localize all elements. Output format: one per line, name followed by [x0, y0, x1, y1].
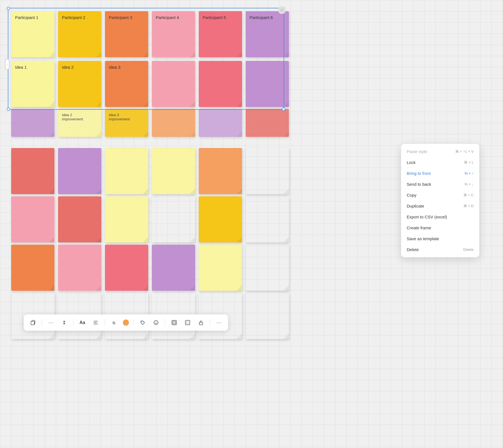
menu-item-export-csv[interactable]: Export to CSV (excel) [401, 211, 479, 222]
font-label: Aa [80, 320, 85, 325]
menu-shortcut-copy: ⌘ + C [463, 193, 474, 197]
toolbar-align-btn[interactable] [91, 318, 100, 327]
sticky-imp-1[interactable]: Idea 2 improvement [58, 109, 101, 137]
sticky-imp-5[interactable] [246, 109, 289, 137]
sticky-lower-2-5 [246, 245, 289, 291]
sticky-idea-1[interactable]: Idea 1 [11, 61, 54, 107]
sticky-grid-improvement: Idea 2 improvement Idea 3 improvement [11, 109, 290, 137]
sticky-lower-1-3 [152, 196, 195, 242]
menu-item-delete[interactable]: Delete Delete [401, 244, 479, 255]
toolbar: ··· Aa S [24, 314, 228, 331]
sticky-imp-4[interactable] [199, 109, 242, 137]
sticky-lower-0-3[interactable] [152, 148, 195, 194]
toolbar-more-btn[interactable]: ··· [46, 318, 55, 327]
menu-item-copy[interactable]: Copy ⌘ + C [401, 190, 479, 201]
menu-label-create-frame: Create frame [407, 225, 431, 230]
sticky-lower-2-0[interactable] [11, 245, 54, 291]
sticky-lower-1-0[interactable] [11, 196, 54, 242]
menu-shortcut-duplicate: ⌘ + D [463, 204, 474, 208]
sticky-lower-0-5 [246, 148, 289, 194]
menu-label-bring-to-front: Bring to front [407, 171, 431, 176]
svg-rect-4 [31, 321, 34, 325]
menu-label-duplicate: Duplicate [407, 204, 424, 208]
menu-item-send-to-back[interactable]: Send to back fn + ↓ [401, 179, 479, 190]
svg-point-5 [142, 321, 142, 322]
menu-label-paste-style: Paste style [407, 149, 427, 154]
sticky-grid-row1: Participant 1 Participant 2 Participant … [11, 11, 290, 108]
menu-shortcut-bring-to-front: fn + ↑ [465, 171, 474, 175]
svg-rect-13 [188, 321, 189, 322]
toolbar-lock-btn[interactable] [197, 318, 205, 327]
divider-3 [105, 319, 105, 326]
sticky-participant-4[interactable]: Participant 4 [152, 11, 195, 57]
toolbar-emoji-btn[interactable] [152, 318, 161, 327]
sticky-lower-0-1[interactable] [58, 148, 101, 194]
menu-label-export-csv: Export to CSV (excel) [407, 215, 447, 219]
sticky-participant-2[interactable]: Participant 2 [58, 11, 101, 57]
toolbar-frame2-btn[interactable] [183, 318, 192, 327]
sticky-lower-0-4[interactable] [199, 148, 242, 194]
sticky-lower-2-2[interactable] [105, 245, 148, 291]
sticky-lower-1-2[interactable] [105, 196, 148, 242]
sticky-lower-1-1[interactable] [58, 196, 101, 242]
sticky-participant-3[interactable]: Participant 3 [105, 11, 148, 57]
toolbar-frame-btn[interactable] [170, 318, 179, 327]
sticky-lower-3-5 [246, 293, 289, 339]
toolbar-color-picker[interactable] [123, 320, 129, 326]
sticky-imp-0[interactable] [11, 109, 54, 137]
sticky-idea-4[interactable] [152, 61, 195, 107]
menu-item-bring-to-front[interactable]: Bring to front fn + ↑ [401, 168, 479, 179]
sticky-participant-5[interactable]: Participant 5 [199, 11, 242, 57]
menu-label-lock: Lock [407, 160, 416, 165]
toolbar-strike-btn[interactable]: S [109, 318, 118, 327]
sticky-lower-1-5 [246, 196, 289, 242]
divider-2 [73, 319, 73, 326]
strike-label: S [112, 320, 115, 325]
sticky-grid-lower [11, 148, 290, 339]
menu-item-paste-style[interactable]: Paste style ⌘ + ⌥ + V [401, 146, 479, 157]
menu-label-delete: Delete [407, 247, 419, 252]
sticky-lower-2-1[interactable] [58, 245, 101, 291]
menu-item-lock[interactable]: Lock ⌘ + L [401, 157, 479, 168]
sticky-idea-2[interactable]: Idea 2 [58, 61, 101, 107]
sticky-participant-6[interactable]: Participant 6 [246, 11, 289, 57]
menu-shortcut-delete: Delete [463, 247, 474, 252]
sticky-lower-2-4[interactable] [199, 245, 242, 291]
sticky-idea-6[interactable] [246, 61, 289, 107]
menu-item-duplicate[interactable]: Duplicate ⌘ + D [401, 201, 479, 211]
menu-shortcut-send-to-back: fn + ↓ [465, 182, 474, 186]
sticky-idea-3[interactable]: Idea 3 [105, 61, 148, 107]
toolbar-tag-btn[interactable] [138, 318, 147, 327]
sticky-imp-2[interactable]: Idea 3 improvement [105, 109, 148, 137]
toolbar-copy-btn[interactable] [28, 318, 37, 327]
sticky-imp-3[interactable] [152, 109, 195, 137]
sticky-lower-0-0[interactable] [11, 148, 54, 194]
svg-rect-12 [186, 321, 187, 324]
menu-label-send-to-back: Send to back [407, 182, 431, 187]
divider-6 [210, 319, 210, 326]
sticky-lower-0-2[interactable] [105, 148, 148, 194]
svg-rect-15 [199, 322, 203, 325]
context-menu: Paste style ⌘ + ⌥ + V Lock ⌘ + L Bring t… [401, 144, 479, 257]
toolbar-font-btn[interactable]: Aa [78, 318, 87, 327]
menu-item-save-template[interactable]: Save as template [401, 233, 479, 244]
left-resize-handle[interactable]: › [5, 59, 9, 70]
menu-shortcut-paste-style: ⌘ + ⌥ + V [455, 149, 474, 154]
menu-label-save-template: Save as template [407, 236, 439, 241]
sticky-lower-2-3[interactable] [152, 245, 195, 291]
menu-label-copy: Copy [407, 193, 416, 197]
toolbar-position-btn[interactable] [60, 318, 69, 327]
svg-point-7 [155, 322, 156, 323]
sticky-participant-1[interactable]: Participant 1 [11, 11, 54, 57]
divider-1 [42, 319, 42, 326]
divider-4 [133, 319, 134, 326]
sticky-lower-1-4[interactable] [199, 196, 242, 242]
toolbar-overflow-btn[interactable]: ··· [215, 318, 224, 327]
svg-rect-10 [173, 321, 176, 324]
menu-shortcut-lock: ⌘ + L [464, 160, 474, 165]
svg-point-6 [154, 321, 158, 325]
svg-rect-14 [188, 323, 189, 324]
sticky-idea-5[interactable] [199, 61, 242, 107]
menu-item-create-frame[interactable]: Create frame [401, 222, 479, 233]
divider-5 [165, 319, 165, 326]
